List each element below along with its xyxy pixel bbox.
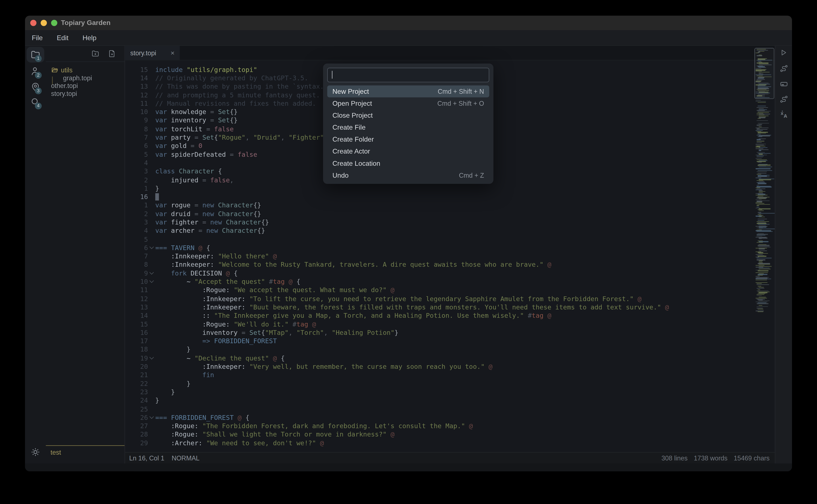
line-number: 12 [125, 295, 148, 303]
code-line[interactable]: 9 fork DECISION @ { [125, 269, 775, 277]
command-label: Create Folder [332, 135, 374, 143]
code-line[interactable]: 24} [125, 396, 775, 405]
code-line[interactable]: 19 ~ "Decline the quest" @ { [125, 354, 775, 362]
code-text: :Innkeeper: "Buut beware, the forest is … [155, 303, 669, 311]
code-line[interactable]: 8 :Innkeeper: "Welcome to the Rusty Tank… [125, 260, 775, 269]
code-line[interactable]: 1var rogue = new Character{} [125, 201, 775, 210]
code-text: // and prompting a 5 minute fantasy ques… [155, 91, 320, 99]
tab-story-topi[interactable]: story.topi × [125, 46, 180, 60]
command-item-new-project[interactable]: New ProjectCmd + Shift + N [327, 85, 489, 97]
code-line[interactable]: 12 :Innkeeper: "To lift the curse, you n… [125, 294, 775, 303]
fold-chevron-icon[interactable] [148, 417, 155, 418]
menu-file[interactable]: File [30, 33, 45, 43]
close-window-button[interactable] [30, 20, 36, 26]
title-bar[interactable]: Topiary Garden [25, 16, 792, 30]
flow-view-button[interactable] [779, 94, 788, 104]
command-label: Open Project [332, 100, 372, 107]
fold-chevron-icon[interactable] [148, 247, 155, 248]
command-item-close-project[interactable]: Close Project [327, 109, 489, 121]
search-view-button[interactable]: 4 [26, 94, 44, 110]
minimap[interactable] [755, 48, 773, 315]
fold-chevron-icon[interactable] [148, 272, 155, 274]
code-line[interactable]: 14 :: "The Innkeeper give you a Map, a T… [125, 311, 775, 320]
line-number: 23 [125, 388, 148, 396]
command-item-create-folder[interactable]: Create Folder [327, 133, 489, 145]
line-number: 29 [125, 439, 148, 447]
code-line[interactable]: 13 :Innkeeper: "Buut beware, the forest … [125, 303, 775, 311]
code-line[interactable]: 22 } [125, 379, 775, 388]
fold-chevron-icon[interactable] [148, 281, 155, 282]
actors-view-button[interactable]: 2 [26, 64, 44, 79]
fold-chevron-icon[interactable] [148, 357, 155, 359]
code-line[interactable]: 26=== FORBIDDEN_FOREST @ { [125, 413, 775, 422]
line-number: 13 [125, 303, 148, 311]
code-line[interactable]: 20 :Innkeeper: "Very well, but remember,… [125, 362, 775, 371]
tab-close-icon[interactable]: × [170, 49, 174, 57]
code-line[interactable]: 7 :Innkeeper: "Hello there" @ [125, 252, 775, 260]
command-shortcut: Cmd + Z [459, 172, 484, 179]
code-line[interactable]: 21 fin [125, 371, 775, 379]
tree-item-utils[interactable]: utils [46, 66, 125, 74]
new-file-button[interactable] [108, 50, 116, 58]
line-number: 10 [125, 278, 148, 286]
tree-item-graph-topi[interactable]: graph.topi [46, 74, 125, 82]
tree-item-other-topi[interactable]: other.topi [46, 82, 125, 90]
localization-button[interactable]: x A [779, 109, 788, 119]
menu-edit[interactable]: Edit [55, 33, 70, 43]
new-folder-button[interactable] [91, 50, 100, 58]
code-line[interactable]: 16 [125, 192, 775, 201]
route-icon [779, 64, 788, 73]
code-line[interactable]: 4var archer = new Character{} [125, 226, 775, 235]
test-section[interactable]: test [46, 445, 125, 464]
code-line[interactable]: 10 ~ "Accept the quest" #tag @ { [125, 277, 775, 286]
command-item-create-file[interactable]: Create File [327, 121, 489, 133]
graph-view-button[interactable] [779, 64, 788, 73]
files-view-button[interactable]: 1 [26, 47, 44, 62]
code-text: var fighter = new Character{} [155, 218, 269, 226]
command-label: Create Location [332, 159, 380, 167]
minimize-window-button[interactable] [41, 20, 47, 26]
right-tool-rail: x A [775, 46, 792, 464]
window-title: Topiary Garden [61, 19, 110, 27]
code-line[interactable]: 25 [125, 405, 775, 413]
code-line[interactable]: 6=== TAVERN @ { [125, 243, 775, 252]
code-text: injured = false, [155, 176, 234, 184]
code-line[interactable]: 29 :Archer: "We need to see, don't we!?"… [125, 439, 775, 447]
new-file-icon [108, 50, 116, 58]
command-palette-input[interactable] [327, 68, 489, 82]
code-text: var spiderDefeated = false [155, 150, 257, 158]
command-item-undo[interactable]: UndoCmd + Z [327, 169, 489, 181]
zoom-window-button[interactable] [51, 20, 57, 26]
code-line[interactable]: 27 :Rogue: "The Forbidden Forest, dark a… [125, 422, 775, 430]
command-item-create-actor[interactable]: Create Actor [327, 145, 489, 157]
cursor-position: Ln 16, Col 1 [129, 454, 164, 462]
code-line[interactable]: 5 [125, 235, 775, 243]
code-line[interactable]: 1} [125, 184, 775, 192]
line-number: 28 [125, 430, 148, 438]
code-line[interactable]: 18 } [125, 345, 775, 354]
code-line[interactable]: 17 => FORBIDDEN_FOREST [125, 337, 775, 345]
line-number: 24 [125, 396, 148, 404]
code-text: :Archer: "We need to see, don't we!?" @ [155, 439, 324, 447]
file-explorer-panel: utilsgraph.topiother.topistory.topi test [46, 46, 125, 464]
translate-icon: x A [779, 110, 788, 118]
tree-item-label: graph.topi [63, 74, 92, 82]
tree-item-story-topi[interactable]: story.topi [46, 89, 125, 97]
storage-button[interactable] [779, 79, 788, 89]
line-number: 26 [125, 413, 148, 421]
code-line[interactable]: 3var fighter = new Character{} [125, 218, 775, 226]
minimap-viewport[interactable] [754, 48, 774, 99]
code-line[interactable]: 11 :Rogue: "We accept the quest. What mu… [125, 286, 775, 294]
command-item-open-project[interactable]: Open ProjectCmd + Shift + O [327, 97, 489, 109]
line-number: 2 [125, 210, 148, 218]
code-line[interactable]: 2var druid = new Character{} [125, 210, 775, 218]
settings-button[interactable] [30, 447, 41, 457]
menu-help[interactable]: Help [80, 33, 98, 43]
run-button[interactable] [779, 48, 788, 57]
locations-view-button[interactable]: 3 [26, 79, 44, 95]
code-line[interactable]: 28 :Rogue: "Shall we light the Torch or … [125, 430, 775, 439]
command-item-create-location[interactable]: Create Location [327, 157, 489, 169]
code-line[interactable]: 23 } [125, 388, 775, 396]
code-line[interactable]: 15 :Rogue: "We'll do it." #tag @ [125, 320, 775, 328]
code-line[interactable]: 16 inventory = Set{"MTap", "Torch", "Hea… [125, 328, 775, 337]
